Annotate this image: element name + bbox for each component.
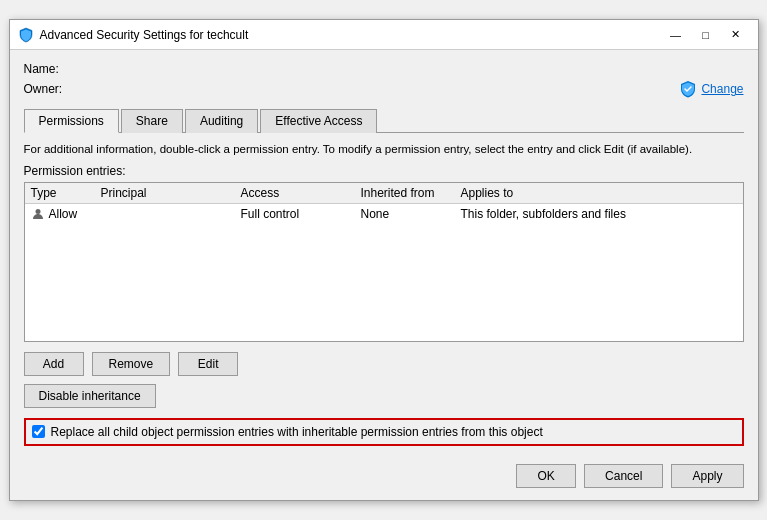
main-window: Advanced Security Settings for techcult … — [9, 19, 759, 500]
cell-principal — [95, 203, 235, 224]
replace-permissions-row: Replace all child object permission entr… — [24, 418, 744, 446]
tab-effective-access[interactable]: Effective Access — [260, 109, 377, 133]
replace-permissions-label: Replace all child object permission entr… — [51, 425, 543, 439]
col-header-access: Access — [235, 183, 355, 204]
tab-permissions[interactable]: Permissions — [24, 109, 119, 133]
change-shield-icon — [679, 80, 697, 98]
permissions-table-container: Type Principal Access Inherited from App… — [24, 182, 744, 342]
remove-button[interactable]: Remove — [92, 352, 171, 376]
cell-inherited: None — [355, 203, 455, 224]
tab-auditing[interactable]: Auditing — [185, 109, 258, 133]
col-header-principal: Principal — [95, 183, 235, 204]
dialog-content: Name: Owner: Change Permissions — [10, 50, 758, 499]
col-header-inherited: Inherited from — [355, 183, 455, 204]
table-header-row: Type Principal Access Inherited from App… — [25, 183, 743, 204]
name-row: Name: — [24, 62, 744, 76]
ok-button[interactable]: OK — [516, 464, 576, 488]
bottom-buttons: OK Cancel Apply — [24, 460, 744, 488]
title-buttons: — □ ✕ — [662, 25, 750, 45]
apply-button[interactable]: Apply — [671, 464, 743, 488]
name-label: Name: — [24, 62, 74, 76]
title-bar: Advanced Security Settings for techcult … — [10, 20, 758, 50]
close-button[interactable]: ✕ — [722, 25, 750, 45]
window-icon — [18, 27, 34, 43]
add-button[interactable]: Add — [24, 352, 84, 376]
change-link[interactable]: Change — [679, 80, 743, 98]
permissions-table: Type Principal Access Inherited from App… — [25, 183, 743, 225]
cell-access: Full control — [235, 203, 355, 224]
col-header-type: Type — [25, 183, 95, 204]
replace-permissions-checkbox[interactable] — [32, 425, 45, 438]
owner-label: Owner: — [24, 82, 74, 96]
edit-button[interactable]: Edit — [178, 352, 238, 376]
cancel-button[interactable]: Cancel — [584, 464, 663, 488]
user-icon — [31, 207, 45, 221]
table-row[interactable]: AllowFull controlNoneThis folder, subfol… — [25, 203, 743, 224]
cell-type: Allow — [25, 203, 95, 224]
tab-share[interactable]: Share — [121, 109, 183, 133]
tabs-container: Permissions Share Auditing Effective Acc… — [24, 108, 744, 133]
svg-point-0 — [35, 209, 40, 214]
disable-inheritance-button[interactable]: Disable inheritance — [24, 384, 156, 408]
info-text: For additional information, double-click… — [24, 141, 744, 157]
owner-row: Owner: Change — [24, 80, 744, 98]
cell-applies: This folder, subfolders and files — [455, 203, 743, 224]
permissions-section-label: Permission entries: — [24, 164, 744, 178]
window-title: Advanced Security Settings for techcult — [40, 28, 249, 42]
action-buttons-row: Add Remove Edit — [24, 352, 744, 376]
title-bar-left: Advanced Security Settings for techcult — [18, 27, 249, 43]
minimize-button[interactable]: — — [662, 25, 690, 45]
maximize-button[interactable]: □ — [692, 25, 720, 45]
change-label: Change — [701, 82, 743, 96]
col-header-applies: Applies to — [455, 183, 743, 204]
